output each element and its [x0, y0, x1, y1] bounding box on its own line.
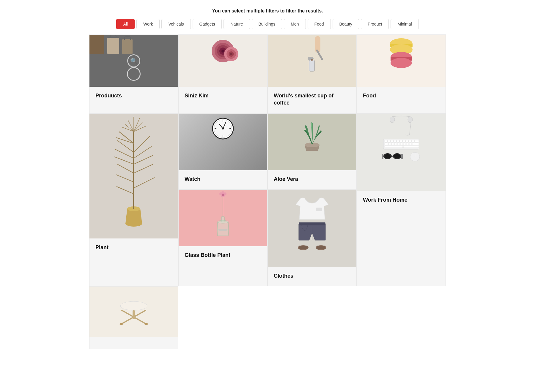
svg-rect-104 — [299, 246, 308, 249]
svg-rect-99 — [316, 208, 322, 211]
svg-line-34 — [134, 164, 153, 173]
grid-item-plant[interactable]: Plant — [89, 113, 178, 287]
svg-line-27 — [117, 140, 134, 152]
filter-btn-buildings[interactable]: Buildings — [252, 19, 282, 29]
svg-point-8 — [230, 53, 232, 55]
svg-line-36 — [134, 178, 155, 188]
filter-btn-food[interactable]: Food — [308, 19, 331, 29]
svg-rect-81 — [382, 154, 383, 159]
filter-btn-men[interactable]: Men — [284, 19, 306, 29]
clothes-title: Clothes — [274, 273, 293, 279]
svg-line-25 — [119, 132, 134, 143]
filter-btn-gadgets[interactable]: Gadgets — [193, 19, 222, 29]
svg-rect-67 — [412, 140, 414, 142]
svg-point-83 — [385, 154, 391, 158]
grid-item-chair[interactable] — [89, 286, 178, 349]
siniz-image — [179, 35, 267, 87]
svg-rect-109 — [133, 310, 135, 319]
watch-label: Watch — [179, 170, 267, 189]
aloevera-title: Aloe Vera — [274, 176, 298, 182]
grid-item-coffee[interactable]: World's smallest cup of coffee — [268, 34, 357, 113]
food-image — [357, 35, 446, 87]
svg-rect-100 — [299, 222, 325, 225]
svg-rect-60 — [391, 140, 393, 142]
svg-rect-76 — [406, 143, 409, 145]
glass-bottle-image — [179, 190, 267, 246]
svg-line-29 — [114, 157, 134, 164]
filter-btn-vehicals[interactable]: Vehicals — [161, 19, 191, 29]
svg-point-13 — [311, 59, 313, 61]
filter-btn-nature[interactable]: Nature — [224, 19, 250, 29]
filter-btn-beauty[interactable]: Beauty — [333, 19, 359, 29]
svg-point-95 — [222, 194, 224, 196]
chair-image — [89, 287, 178, 337]
watch-title: Watch — [185, 176, 200, 182]
svg-line-35 — [116, 175, 134, 182]
coffee-image — [268, 35, 356, 87]
products-title: Produucts — [95, 93, 122, 99]
svg-rect-72 — [394, 143, 397, 145]
svg-rect-62 — [397, 140, 399, 142]
svg-line-31 — [134, 146, 152, 158]
aloevera-image — [268, 114, 356, 170]
svg-rect-105 — [317, 246, 325, 249]
svg-line-28 — [115, 149, 134, 158]
siniz-title: Siniz Kim — [185, 93, 209, 99]
svg-rect-66 — [409, 140, 411, 142]
clothes-image — [268, 190, 356, 267]
svg-point-4 — [221, 50, 224, 53]
svg-point-11 — [308, 57, 314, 60]
svg-point-21 — [391, 58, 412, 68]
svg-line-40 — [134, 118, 140, 132]
grid-item-wfh[interactable]: Work From Home — [357, 113, 446, 287]
grid-item-food[interactable]: Food — [357, 34, 446, 113]
plant-image — [89, 114, 178, 238]
svg-rect-75 — [403, 143, 406, 145]
plant-label: Plant — [89, 238, 178, 286]
svg-line-41 — [125, 124, 134, 132]
food-title: Food — [363, 93, 376, 99]
wfh-title: Work From Home — [363, 197, 407, 203]
svg-rect-12 — [309, 60, 314, 71]
svg-line-26 — [116, 137, 134, 143]
wfh-label: Work From Home — [357, 191, 446, 286]
svg-rect-70 — [388, 143, 391, 145]
grid-item-products[interactable]: 🔍 Produucts — [89, 34, 178, 113]
coffee-title: World's smallest cup of coffee — [274, 93, 333, 106]
svg-rect-64 — [403, 140, 405, 142]
filter-btn-product[interactable]: Product — [361, 19, 389, 29]
svg-point-56 — [408, 117, 413, 123]
grid-item-siniz[interactable]: Siniz Kim — [178, 34, 268, 113]
svg-rect-71 — [391, 143, 394, 145]
svg-rect-61 — [394, 140, 396, 142]
aloevera-label: Aloe Vera — [268, 170, 356, 189]
filter-btn-all[interactable]: All — [116, 19, 135, 29]
watch-image — [179, 114, 267, 170]
siniz-label: Siniz Kim — [179, 87, 267, 113]
svg-point-86 — [394, 154, 400, 158]
svg-rect-59 — [388, 140, 390, 142]
svg-line-42 — [134, 123, 143, 132]
svg-line-30 — [134, 136, 150, 152]
chair-label — [89, 337, 178, 349]
filter-bar: All Work Vehicals Gadgets Nature Buildin… — [0, 19, 535, 34]
svg-rect-78 — [412, 143, 419, 145]
svg-rect-74 — [400, 143, 403, 145]
grid-item-watch[interactable]: Watch — [178, 113, 268, 189]
svg-point-106 — [120, 301, 147, 310]
food-label: Food — [357, 87, 446, 113]
svg-point-98 — [218, 229, 228, 231]
filter-btn-minimal[interactable]: Minimal — [391, 19, 418, 29]
coffee-label: World's smallest cup of coffee — [268, 87, 356, 113]
grid-item-aloevera[interactable]: Aloe Vera — [268, 113, 357, 189]
filter-btn-work[interactable]: Work — [136, 19, 160, 29]
grid-item-glass-bottle[interactable]: Glass Bottle Plant — [178, 189, 268, 286]
svg-rect-69 — [385, 143, 388, 145]
svg-rect-68 — [415, 140, 419, 142]
svg-rect-73 — [397, 143, 400, 145]
svg-point-53 — [222, 128, 224, 129]
products-label: Produucts — [89, 87, 178, 113]
svg-rect-65 — [406, 140, 408, 142]
glass-bottle-label: Glass Bottle Plant — [179, 246, 267, 286]
grid-item-clothes[interactable]: Clothes — [268, 189, 357, 286]
